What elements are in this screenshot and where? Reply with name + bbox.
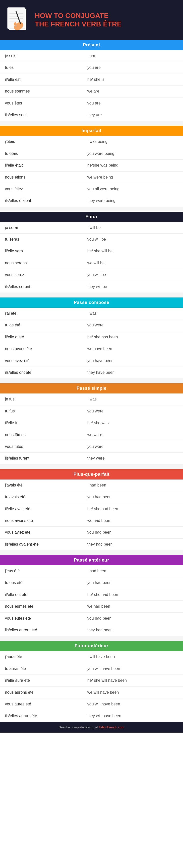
french-form: nous fûmes [0,429,82,441]
english-translation: you will have been [82,698,183,710]
table-row: tu avais étéyou had been [0,491,183,503]
french-form: j'eus été [0,565,82,577]
french-form: je fus [0,394,82,405]
french-form: nous avions été [0,515,82,526]
english-translation: you will be [82,234,183,245]
table-row: nous étionswe were being [0,171,183,183]
french-form: tu étais [0,148,82,159]
conjugation-table-passe-compose: j'ai étéI wastu as étéyou wereil/elle a … [0,308,183,378]
table-row: il/elle eut étéhe/ she had been [0,589,183,600]
footer-link[interactable]: TalkInFrench.com [99,725,124,729]
english-translation: he/ she will have been [82,675,183,686]
english-translation: they were being [82,195,183,207]
table-row: tu as étéyou were [0,319,183,331]
tense-header-present: Présent [0,40,183,50]
english-translation: he/she was being [82,160,183,171]
conjugation-table-futur: je seraiI will betu serasyou will beil/e… [0,222,183,292]
french-form: vous aurez été [0,698,82,710]
english-translation: they have been [82,367,183,378]
french-form: il/elle a été [0,331,82,343]
table-row: ils/elles avaient ététhey had been [0,538,183,550]
table-row: nous avions étéwe had been [0,515,183,526]
english-translation: we will be [82,257,183,269]
table-row: ils/elles sontthey are [0,109,183,121]
table-row: vous avez étéyou have been [0,355,183,367]
french-form: ils/elles seront [0,281,82,292]
english-translation: I will have been [82,651,183,663]
table-row: il/elle avait étéhe/ she had been [0,503,183,515]
english-translation: he/ she will be [82,245,183,257]
french-form: nous avons été [0,343,82,355]
conjugation-table-futur-anterieur: j'aurai étéI will have beentu auras étéy… [0,651,183,722]
table-row: tu esyou are [0,62,183,73]
english-translation: I will be [82,222,183,234]
table-row: je suisI am [0,50,183,62]
header-text: HOW TO CONJUGATE THE FRENCH VERB ÊTRE [35,11,121,28]
table-row: j'avais étéI had been [0,479,183,491]
section-gap [0,378,183,383]
french-form: ils/elles étaient [0,195,82,207]
table-row: nous fûmeswe were [0,429,183,441]
french-form: il/elle eut été [0,589,82,600]
table-row: vous serezyou will be [0,269,183,281]
english-translation: they had been [82,624,183,636]
french-form: vous avez été [0,355,82,367]
english-translation: you were being [82,148,183,159]
english-translation: we have been [82,343,183,355]
english-translation: I was [82,394,183,405]
section-gap [0,464,183,469]
header-illustration [2,5,32,35]
table-row: j'aurai étéI will have been [0,651,183,663]
table-row: j'ai étéI was [0,308,183,319]
french-form: ils/elles furent [0,453,82,464]
french-form: vous aviez été [0,527,82,538]
table-row: il/elle futhe/ she was [0,417,183,429]
table-row: ils/elles serontthey will be [0,281,183,292]
english-translation: you will be [82,269,183,281]
french-form: nous eûmes été [0,601,82,612]
table-row: il/elle étaithe/she was being [0,160,183,171]
french-form: tu seras [0,234,82,245]
french-form: vous étiez [0,183,82,195]
title-line2: THE FRENCH VERB [35,20,101,28]
french-form: il/elle fut [0,417,82,429]
title-line1: HOW TO CONJUGATE [35,12,109,20]
french-form: ils/elles auront été [0,710,82,722]
tense-section-futur: Futurje seraiI will betu serasyou will b… [0,212,183,292]
table-row: vous fûtesyou were [0,441,183,452]
tense-section-imparfait: Imparfaitj'étaisI was beingtu étaisyou w… [0,126,183,207]
conjugation-table-plus-que: j'avais étéI had beentu avais étéyou had… [0,479,183,550]
section-gap [0,292,183,298]
english-translation: we had been [82,601,183,612]
english-translation: you were [82,441,183,452]
table-row: nous seronswe will be [0,257,183,269]
tense-header-futur: Futur [0,212,183,222]
french-form: j'avais été [0,479,82,491]
table-row: ils/elles étaientthey were being [0,195,183,207]
english-translation: you had been [82,527,183,538]
table-row: tu étaisyou were being [0,148,183,159]
english-translation: we were [82,429,183,441]
english-translation: he/ she had been [82,589,183,600]
french-form: tu eus été [0,577,82,589]
english-translation: you were [82,405,183,417]
english-translation: I had been [82,479,183,491]
french-form: vous eûtes été [0,612,82,624]
table-row: ils/elles ont ététhey have been [0,367,183,378]
table-row: nous avons étéwe have been [0,343,183,355]
tense-section-futur-anterieur: Futur antérieurj'aurai étéI will have be… [0,641,183,722]
section-gap [0,636,183,641]
section-gap [0,550,183,555]
english-translation: he/ she was [82,417,183,429]
english-translation: you are [82,62,183,73]
footer-text: See the complete lesson at [59,725,98,729]
table-row: ils/elles auront ététhey will have been [0,710,183,722]
french-form: ils/elles eurent été [0,624,82,636]
french-form: nous étions [0,171,82,183]
french-form: tu fus [0,405,82,417]
table-row: vous eûtes étéyou had been [0,612,183,624]
french-form: ils/elles avaient été [0,538,82,550]
english-translation: I had been [82,565,183,577]
table-row: tu fusyou were [0,405,183,417]
table-row: nous sommeswe are [0,86,183,97]
